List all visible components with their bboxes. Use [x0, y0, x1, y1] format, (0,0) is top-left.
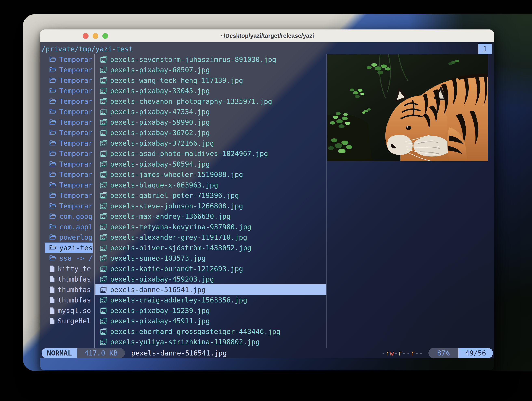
file-icon [49, 276, 55, 283]
parent-row-label: Temporar [59, 97, 93, 105]
file-row[interactable]: pexels-wang-teck-heng-117139.jpg [95, 75, 326, 86]
file-row-label: pexels-pixabay-50594.jpg [110, 160, 210, 168]
file-row[interactable]: pexels-pixabay-50594.jpg [95, 159, 326, 169]
file-row-label: pexels-katie-burandt-1212693.jpg [110, 265, 243, 273]
file-row[interactable]: pexels-gabriel-peter-719396.jpg [95, 190, 326, 201]
file-row[interactable]: pexels-pixabay-372166.jpg [95, 138, 326, 148]
parent-row[interactable]: Temporar [45, 54, 93, 65]
file-row-label: pexels-oliver-sjöström-1433052.jpg [110, 244, 251, 252]
file-row-label: pexels-yuliya-strizhkina-1198802.jpg [110, 338, 260, 346]
parent-row[interactable]: com.goog [45, 211, 93, 222]
file-row[interactable]: pexels-pixabay-33045.jpg [95, 86, 326, 96]
parent-row[interactable]: Temporar [45, 127, 93, 138]
file-icon [49, 286, 55, 293]
parent-row-label: Temporar [59, 108, 93, 116]
parent-row[interactable]: Temporar [45, 75, 93, 86]
file-row[interactable]: pexels-sevenstorm-juhaszimrus-891030.jpg [95, 54, 326, 65]
file-row-label: pexels-asad-photo-maldives-1024967.jpg [110, 150, 268, 158]
image-icon [100, 119, 107, 126]
file-row[interactable]: pexels-eberhard-grossgasteiger-443446.jp… [95, 326, 326, 337]
parent-row[interactable]: Temporar [45, 148, 93, 159]
file-row[interactable]: pexels-asad-photo-maldives-1024967.jpg [95, 148, 326, 159]
file-row[interactable]: pexels-pixabay-459203.jpg [95, 274, 326, 285]
parent-row[interactable]: thumbfas [45, 295, 93, 306]
file-row[interactable]: pexels-suneo-103573.jpg [95, 253, 326, 264]
parent-row-label: Temporar [59, 56, 93, 64]
parent-directory-pane: TemporarTemporarTemporarTemporarTemporar… [45, 54, 93, 326]
parent-row[interactable]: thumbfas [45, 284, 93, 295]
parent-row[interactable]: Temporar [45, 180, 93, 190]
file-row[interactable]: pexels-tetyana-kovyrina-937980.jpg [95, 222, 326, 232]
file-row[interactable]: pexels-pixabay-68507.jpg [95, 65, 326, 75]
file-row-label: pexels-tetyana-kovyrina-937980.jpg [110, 223, 251, 231]
parent-row[interactable]: Temporar [45, 159, 93, 169]
file-row[interactable]: pexels-chevanon-photography-1335971.jpg [95, 96, 326, 107]
file-row[interactable]: pexels-blaque-x-863963.jpg [95, 180, 326, 190]
parent-row[interactable]: com.appl [45, 222, 93, 232]
image-icon [100, 150, 107, 157]
open-folder-icon [49, 109, 57, 115]
parent-row[interactable]: ssa -> / [45, 253, 93, 264]
file-row-label: pexels-pixabay-33045.jpg [110, 87, 210, 95]
file-row[interactable]: pexels-oliver-sjöström-1433052.jpg [95, 242, 326, 253]
file-list-pane: pexels-sevenstorm-juhaszimrus-891030.jpg… [95, 54, 326, 347]
file-row-label: pexels-james-wheeler-1519088.jpg [110, 171, 243, 178]
parent-row[interactable]: SurgeHel [45, 316, 93, 326]
image-icon [100, 171, 107, 178]
file-row[interactable]: pexels-katie-burandt-1212693.jpg [95, 263, 326, 274]
status-filename: pexels-danne-516541.jpg [131, 348, 227, 358]
file-row[interactable]: pexels-max-andrey-1366630.jpg [95, 211, 326, 222]
image-icon [100, 297, 107, 303]
image-icon [100, 245, 107, 251]
open-folder-icon [49, 151, 57, 157]
parent-row[interactable]: Temporar [45, 107, 93, 117]
image-icon [100, 108, 107, 115]
parent-row[interactable]: powerlog [45, 232, 93, 243]
file-row[interactable]: pexels-james-wheeler-1519088.jpg [95, 169, 326, 180]
image-icon [100, 67, 107, 73]
file-row[interactable]: pexels-pixabay-47334.jpg [95, 107, 326, 117]
parent-row[interactable]: Temporar [45, 96, 93, 107]
parent-row[interactable]: Temporar [45, 86, 93, 96]
open-folder-icon [49, 234, 57, 240]
parent-row-label: Temporar [59, 202, 93, 210]
image-icon [100, 286, 107, 293]
scroll-percent: 87% [428, 348, 458, 358]
parent-row[interactable]: Temporar [45, 138, 93, 148]
parent-row[interactable]: Temporar [45, 117, 93, 127]
parent-row-label: powerlog [59, 233, 93, 241]
file-row-label: pexels-steve-johnson-1266808.jpg [110, 202, 243, 210]
window-title: ~/Desktop/yazi/target/release/yazi [40, 29, 494, 42]
parent-row-label: Temporar [59, 66, 93, 74]
tab-1-badge[interactable]: 1 [478, 44, 492, 54]
image-icon [100, 307, 107, 314]
file-row[interactable]: pexels-pixabay-59990.jpg [95, 117, 326, 127]
file-row[interactable]: pexels-alexander-grey-1191710.jpg [95, 232, 326, 243]
file-row[interactable]: pexels-craig-adderley-1563356.jpg [95, 295, 326, 306]
file-row-label: pexels-suneo-103573.jpg [110, 254, 206, 262]
image-icon [100, 161, 107, 167]
parent-row[interactable]: Temporar [45, 169, 93, 180]
parent-row[interactable]: kitty_te [45, 263, 93, 274]
yazi-terminal: /private/tmp/yazi-test 1 TemporarTempora… [40, 42, 494, 358]
file-row[interactable]: pexels-pixabay-45911.jpg [95, 316, 326, 326]
parent-row[interactable]: Temporar [45, 65, 93, 75]
file-row[interactable]: pexels-yuliya-strizhkina-1198802.jpg [95, 337, 326, 347]
file-row[interactable]: pexels-danne-516541.jpg [95, 284, 326, 295]
screenshot-stage: ~/Desktop/yazi/target/release/yazi /priv… [0, 0, 532, 401]
parent-row[interactable]: thumbfas [45, 274, 93, 285]
image-icon [100, 140, 107, 146]
file-row-label: pexels-gabriel-peter-719396.jpg [110, 191, 239, 199]
parent-row[interactable]: Temporar [45, 201, 93, 211]
image-icon [100, 98, 107, 105]
file-row[interactable]: pexels-pixabay-15239.jpg [95, 305, 326, 316]
parent-row-label: Temporar [59, 171, 93, 178]
file-row[interactable]: pexels-steve-johnson-1266808.jpg [95, 201, 326, 211]
parent-row[interactable]: Temporar [45, 190, 93, 201]
file-row[interactable]: pexels-pixabay-36762.jpg [95, 127, 326, 138]
file-row-label: pexels-sevenstorm-juhaszimrus-891030.jpg [110, 56, 276, 64]
parent-row[interactable]: yazi-tes [45, 242, 93, 253]
open-folder-icon [49, 192, 57, 198]
parent-row[interactable]: mysql.so [45, 305, 93, 316]
parent-row-label: Temporar [59, 76, 93, 84]
